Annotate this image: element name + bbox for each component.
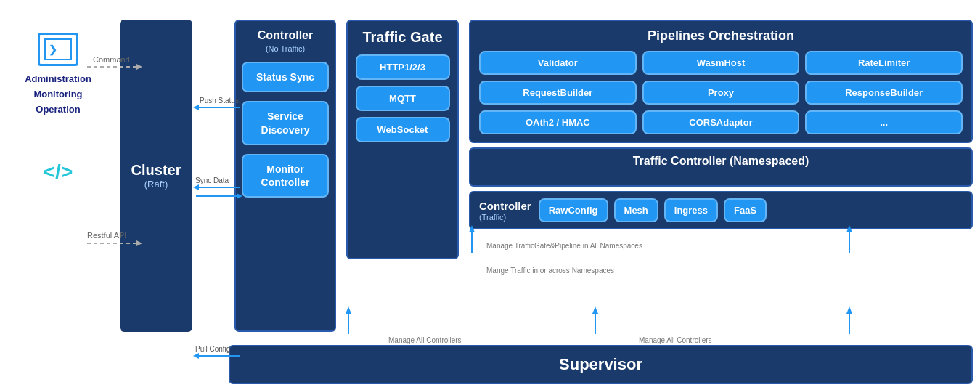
controller-traffic-title: Controller bbox=[479, 200, 531, 213]
pipelines-grid: Validator WasmHost RateLimiter RequestBu… bbox=[479, 51, 963, 134]
supervisor-section: Supervisor bbox=[229, 341, 973, 384]
manage-traffic-inline bbox=[479, 171, 963, 179]
controller-traffic-grid: RawConfig Mesh Ingress FaaS bbox=[539, 198, 963, 222]
mqtt-box: MQTT bbox=[356, 86, 450, 111]
http123-box: HTTP1/2/3 bbox=[356, 54, 450, 80]
terminal-icon: ❯_ bbox=[38, 33, 78, 66]
websocket-box: WebSocket bbox=[356, 117, 450, 142]
ratelimiter-box: RateLimiter bbox=[805, 51, 963, 75]
validator-box: Validator bbox=[479, 51, 637, 75]
pipelines-title: Pipelines Orchestration bbox=[479, 28, 963, 44]
admin-labels: Administration Monitoring Operation bbox=[25, 72, 91, 117]
proxy-box: Proxy bbox=[642, 81, 800, 105]
traffic-controller-section: Traffic Controller (Namespaced) bbox=[469, 147, 973, 187]
admin-panel: ❯_ Administration Monitoring Operation <… bbox=[0, 0, 116, 390]
controller-traffic-section: Controller (Traffic) RawConfig Mesh Ingr… bbox=[469, 191, 973, 229]
requestbuilder-box: RequestBuilder bbox=[479, 81, 637, 105]
controller-no-traffic-box: Controller (No Traffic) Status Sync Serv… bbox=[234, 20, 336, 332]
controller-traffic-subtitle: (Traffic) bbox=[479, 213, 531, 222]
rawconfig-box: RawConfig bbox=[539, 198, 608, 222]
faas-box: FaaS bbox=[724, 198, 767, 222]
traffic-gate-title: Traffic Gate bbox=[362, 28, 442, 46]
cluster-box: Cluster (Raft) bbox=[120, 20, 192, 332]
ellipsis-box: ... bbox=[805, 110, 963, 134]
supervisor-title: Supervisor bbox=[239, 355, 963, 374]
responsebuilder-box: ResponseBuilder bbox=[805, 81, 963, 105]
code-icon: </> bbox=[44, 161, 73, 184]
monitor-controller-box: Monitor Controller bbox=[242, 154, 329, 198]
wasmhost-box: WasmHost bbox=[642, 51, 800, 75]
traffic-gate-box: Traffic Gate HTTP1/2/3 MQTT WebSocket bbox=[346, 20, 459, 259]
cluster-title: Cluster bbox=[131, 162, 181, 179]
traffic-controller-title: Traffic Controller (Namespaced) bbox=[479, 155, 963, 168]
status-sync-box: Status Sync bbox=[242, 62, 329, 92]
controller-no-traffic-title: Controller bbox=[258, 28, 313, 42]
mesh-box: Mesh bbox=[614, 198, 658, 222]
ingress-box: Ingress bbox=[664, 198, 718, 222]
controller-no-traffic-subtitle: (No Traffic) bbox=[266, 44, 305, 53]
cluster-subtitle: (Raft) bbox=[144, 179, 168, 190]
oauth2hmac-box: OAth2 / HMAC bbox=[479, 110, 637, 134]
corsadaptor-box: CORSAdaptor bbox=[642, 110, 800, 134]
right-section: Pipelines Orchestration Validator WasmHo… bbox=[469, 20, 973, 332]
service-discovery-box: Service Discovery bbox=[242, 101, 329, 145]
pipelines-section: Pipelines Orchestration Validator WasmHo… bbox=[469, 20, 973, 143]
